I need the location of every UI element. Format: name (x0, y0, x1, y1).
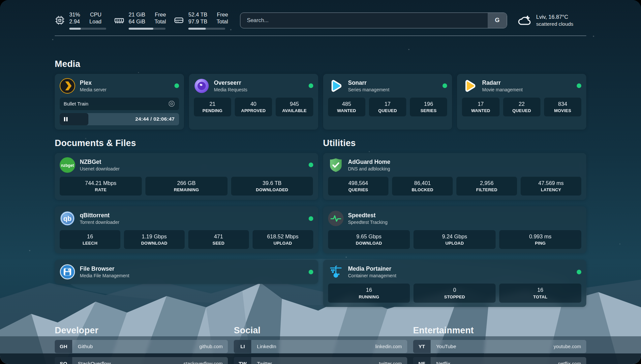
section-title-developer: Developer (55, 325, 228, 336)
bookmark-netflix[interactable]: NF Netflix netflix.com (413, 357, 586, 364)
search-input[interactable] (240, 13, 488, 28)
service-name: Plex (80, 79, 107, 87)
dashboard-content: 31% 2.94 CPU Load (55, 0, 586, 364)
stat-box: 196 SERIES (410, 98, 447, 116)
service-card-nzbget[interactable]: nzbget NZBGet Usenet downloader 744.21 M… (55, 153, 318, 200)
cpu-progress-track (69, 28, 106, 30)
service-subtitle: Usenet downloader (80, 166, 120, 172)
bookmark-linkedin[interactable]: LI LinkedIn linkedin.com (234, 340, 407, 353)
service-card-filebrowser[interactable]: File Browser Media File Management (55, 260, 318, 284)
service-subtitle: Container management (348, 273, 396, 279)
section-title-utilities: Utilities (323, 138, 587, 148)
service-subtitle: Media server (80, 87, 107, 93)
service-card-overseerr[interactable]: Overseerr Media Requests 21 PENDING 40 A… (189, 74, 318, 130)
overseerr-logo-icon (194, 78, 209, 94)
weather-widget: Lviv, 16.87°C scattered clouds (517, 13, 586, 28)
bookmark-abbr: TW (234, 357, 251, 364)
section-title-media: Media (55, 59, 586, 69)
stat-box: 1.19 Gbps DOWNLOAD (124, 230, 185, 249)
bookmark-youtube[interactable]: YT YouTube youtube.com (413, 340, 586, 353)
cpu-icon (55, 15, 65, 25)
stat-box: 618.52 Mbps UPLOAD (253, 230, 313, 249)
service-card-radarr[interactable]: Radarr Movie management 17 WANTED 22 QUE… (457, 74, 586, 130)
nzbget-logo-icon: nzbget (60, 157, 75, 173)
bookmark-group-social: Social LI LinkedIn linkedin.com TW Twitt… (234, 325, 407, 364)
service-card-plex[interactable]: Plex Media server Bullet Train (55, 74, 184, 130)
svg-text:qb: qb (63, 215, 72, 222)
service-name: Overseerr (214, 79, 247, 87)
bookmark-name: Twitter (257, 361, 272, 364)
speedtest-logo-icon (328, 211, 344, 226)
stat-box: 2,956 FILTERED (456, 177, 517, 196)
service-subtitle: Movie management (482, 87, 523, 93)
stat-box: 744.21 Mbps RATE (60, 177, 142, 196)
stat-box: 22 QUEUED (503, 98, 540, 116)
stat-box: 16 TOTAL (499, 284, 581, 302)
bookmark-domain: github.com (199, 344, 228, 349)
bookmark-abbr: SO (55, 357, 72, 364)
service-card-qbittorrent[interactable]: qb qBittorrent Torrent downloader 16 LEE… (55, 206, 318, 253)
service-name: NZBGet (80, 158, 120, 166)
bookmark-name: LinkedIn (257, 344, 276, 349)
stat-box: 945 AVAILABLE (276, 98, 313, 116)
bookmark-stackoverflow[interactable]: SO StackOverflow stackoverflow.com (55, 357, 228, 364)
memory-total-value: 64 GiB (129, 18, 145, 25)
stat-box: 47.569 ms LATENCY (521, 177, 581, 196)
service-card-sonarr[interactable]: Sonarr Series management 485 WANTED 17 Q… (323, 74, 452, 130)
cpu-progress-fill (69, 28, 81, 30)
status-online-dot (309, 270, 313, 274)
status-online-dot (309, 163, 313, 167)
disk-progress-fill (188, 28, 206, 30)
stat-box: 39.6 TB DOWNLOADED (231, 177, 313, 196)
stat-box: 498,564 QUERIES (328, 177, 389, 196)
bookmark-domain: netflix.com (558, 361, 586, 364)
service-name: Sonarr (348, 79, 389, 87)
cpu-widget: 31% 2.94 CPU Load (55, 11, 106, 30)
bookmark-twitter[interactable]: TW Twitter twitter.com (234, 357, 407, 364)
memory-widget: 21 GiB 64 GiB Free Total (114, 11, 166, 30)
camera-octagon-icon (168, 100, 175, 107)
service-name: qBittorrent (80, 212, 119, 219)
bookmark-abbr: LI (234, 340, 251, 353)
dashboard-screen: 31% 2.94 CPU Load (0, 0, 641, 364)
cpu-usage-label: CPU (89, 11, 102, 18)
playback-time: 24:44 / 02:06:47 (135, 116, 179, 122)
now-playing-row: Bullet Train (60, 98, 179, 110)
status-online-dot (577, 83, 581, 88)
disk-total-value: 97.9 TB (188, 18, 207, 25)
service-name: Radarr (482, 79, 523, 87)
cloud-icon (517, 13, 532, 28)
stat-box: 17 WANTED (462, 98, 499, 116)
stat-box: 21 PENDING (194, 98, 231, 116)
memory-icon (114, 15, 124, 25)
qbittorrent-logo-icon: qb (60, 211, 75, 226)
disk-progress-track (188, 28, 225, 30)
bookmark-abbr: NF (413, 357, 431, 364)
service-subtitle: Media Requests (214, 87, 247, 93)
stat-box: 485 WANTED (328, 98, 365, 116)
top-bar: 31% 2.94 CPU Load (55, 11, 586, 30)
memory-free-label: Free (154, 11, 166, 18)
section-title-documents: Documents & Files (55, 138, 318, 148)
service-subtitle: Torrent downloader (80, 219, 119, 225)
service-card-portainer[interactable]: Media Portainer Container management 16 … (323, 260, 587, 307)
status-online-dot (443, 83, 447, 88)
status-online-dot (309, 83, 313, 88)
resource-widgets: 31% 2.94 CPU Load (55, 11, 228, 30)
cpu-load-value: 2.94 (69, 18, 80, 25)
radarr-logo-icon (462, 78, 477, 94)
section-title-entertainment: Entertainment (413, 325, 586, 336)
service-card-speedtest[interactable]: Speedtest Speedtest Tracking 9.65 Gbps D… (323, 206, 587, 253)
stat-box: 17 QUEUED (369, 98, 406, 116)
bookmark-group-entertainment: Entertainment YT YouTube youtube.com NF … (413, 325, 586, 364)
playback-progress-bar: 24:44 / 02:06:47 (60, 113, 179, 125)
filebrowser-logo-icon (60, 264, 75, 280)
bookmark-github[interactable]: GH Github github.com (55, 340, 228, 353)
service-card-adguard[interactable]: AdGuard Home DNS and adblocking 498,564 … (323, 153, 587, 200)
bookmark-domain: youtube.com (554, 344, 586, 349)
disk-free-label: Free (217, 11, 228, 18)
cpu-load-label: Load (89, 18, 102, 25)
search-provider-button[interactable]: G (488, 13, 507, 28)
disk-total-label: Total (217, 18, 228, 25)
service-name: File Browser (80, 265, 129, 273)
